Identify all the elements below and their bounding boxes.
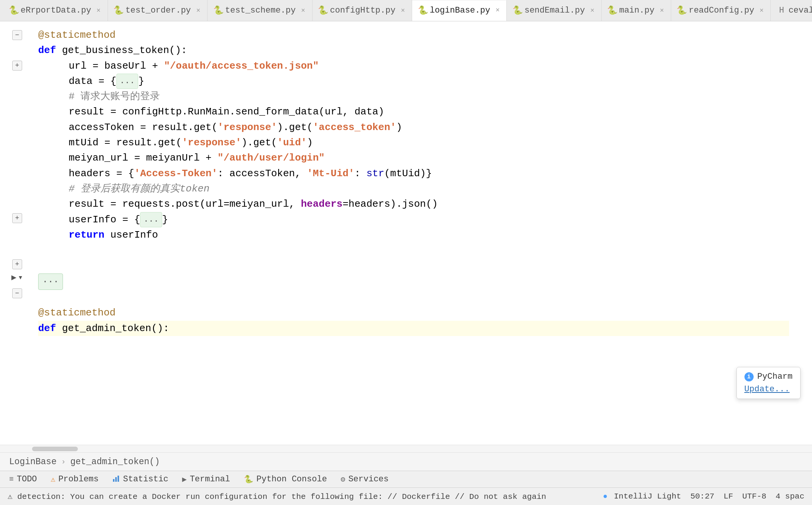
tab-main[interactable]: 🐍 main.py × xyxy=(602,0,671,21)
terminal-icon: ▶ xyxy=(182,474,187,484)
tab-readconfig[interactable]: 🐍 readConfig.py × xyxy=(671,0,771,21)
tab-label: sendEmail.py xyxy=(524,6,585,15)
code-line-blank2 xyxy=(38,258,789,273)
py-file-icon: 🐍 xyxy=(115,7,122,14)
svg-rect-1 xyxy=(115,477,117,482)
code-line-14: return userInfo xyxy=(38,227,789,243)
svg-rect-0 xyxy=(113,479,114,482)
problems-icon: ⚠ xyxy=(51,474,55,484)
code-line-5: # 请求大账号的登录 xyxy=(38,89,789,104)
tab-close-test-order[interactable]: × xyxy=(196,7,200,14)
breadcrumb-class[interactable]: LoginBase xyxy=(9,457,56,467)
tab-close-loginbase[interactable]: × xyxy=(496,6,500,14)
toolbar-services[interactable]: ⚙ Services xyxy=(335,472,395,486)
breadcrumb-method[interactable]: get_admin_token() xyxy=(70,457,160,467)
toolbar-services-label: Services xyxy=(348,474,389,484)
tab-close-readconfig[interactable]: × xyxy=(760,7,764,14)
tab-test-scheme[interactable]: 🐍 test_scheme.py × xyxy=(208,0,313,21)
tab-close-main[interactable]: × xyxy=(660,7,664,14)
statistic-icon xyxy=(113,474,120,484)
py-file-icon: 🐍 xyxy=(419,6,427,14)
code-line-6: result = configHttp.RunMain.send_form_da… xyxy=(38,104,789,119)
toolbar-python-console[interactable]: 🐍 Python Console xyxy=(238,472,333,486)
py-file-icon: 🐍 xyxy=(678,7,686,14)
code-line-decorator2: @staticmethod xyxy=(38,305,789,320)
tab-loginbase[interactable]: 🐍 loginBase.py × xyxy=(412,0,507,21)
status-right: ● IntelliJ Light 50:27 LF UTF-8 4 spac xyxy=(603,492,804,501)
python-console-icon: 🐍 xyxy=(244,474,253,484)
toolbar-problems-label: Problems xyxy=(58,474,99,484)
tab-close-test-scheme[interactable]: × xyxy=(301,7,305,14)
status-encoding[interactable]: UTF-8 xyxy=(742,492,766,501)
py-file-icon: 🐍 xyxy=(514,7,521,14)
expand-icon[interactable]: ▾ xyxy=(18,272,23,283)
status-position[interactable]: 50:27 xyxy=(690,492,714,501)
code-line-13: userInfo = {...} xyxy=(38,212,789,227)
py-file-icon: 🐍 xyxy=(319,7,327,14)
code-line-blank3 xyxy=(38,290,789,305)
toolbar-problems[interactable]: ⚠ Problems xyxy=(45,472,105,486)
code-line-4: data = {...} xyxy=(38,74,789,89)
code-line-ellipsis: ··· xyxy=(38,273,789,290)
bottom-toolbar: ≡ TODO ⚠ Problems Statistic ▶ Terminal 🐍… xyxy=(0,471,812,487)
status-indent[interactable]: 4 spac xyxy=(775,492,804,501)
toolbar-statistic-label: Statistic xyxy=(123,474,169,484)
code-line-11: # 登录后获取有颜的真实token xyxy=(38,181,789,196)
tab-sendemail[interactable]: 🐍 sendEmail.py × xyxy=(507,0,601,21)
code-content[interactable]: − + + + xyxy=(0,21,812,445)
fold-icon-1[interactable]: − xyxy=(12,30,22,40)
fold-icon-2[interactable]: + xyxy=(12,61,22,71)
status-line-ending[interactable]: LF xyxy=(723,492,733,501)
tab-bar: 🐍 eRrportData.py × 🐍 test_order.py × 🐍 t… xyxy=(0,0,812,21)
breadcrumb-bar: LoginBase › get_admin_token() xyxy=(0,452,812,471)
code-line-def2: def get_admin_token(): xyxy=(38,321,789,336)
run-icon[interactable]: ▶ xyxy=(11,272,16,283)
svg-rect-2 xyxy=(118,476,119,482)
status-message: ⚠ detection: You can create a Docker run… xyxy=(8,492,603,501)
status-bar: ⚠ detection: You can create a Docker run… xyxy=(0,487,812,505)
services-icon: ⚙ xyxy=(341,474,345,484)
pycharm-popup-update-row[interactable]: Update... xyxy=(744,384,793,394)
pycharm-popup-title: PyCharm xyxy=(757,372,793,381)
tab-close-confighttp[interactable]: × xyxy=(401,7,405,14)
toolbar-terminal-label: Terminal xyxy=(190,474,230,484)
tab-confighttp[interactable]: 🐍 configHttp.py × xyxy=(313,0,412,21)
fold-icon-5[interactable]: − xyxy=(12,288,22,298)
tab-label: eRrportData.py xyxy=(21,6,91,15)
breadcrumb-separator: › xyxy=(61,457,66,466)
code-line-10: headers = {'Access-Token': accessToken, … xyxy=(38,166,789,181)
status-theme[interactable]: ● IntelliJ Light xyxy=(603,492,681,501)
code-line-7: accessToken = result.get('response').get… xyxy=(38,120,789,135)
info-icon: i xyxy=(744,372,754,381)
toolbar-todo[interactable]: ≡ TODO xyxy=(3,472,43,486)
toolbar-todo-label: TODO xyxy=(17,474,37,484)
fold-icon-3[interactable]: + xyxy=(12,213,22,223)
fold-icon-4[interactable]: + xyxy=(12,259,22,269)
code-line-3: url = baseUrl + "/oauth/access_token.jso… xyxy=(38,58,789,74)
code-line-8: mtUid = result.get('response').get('uid'… xyxy=(38,135,789,150)
tab-label: configHttp.py xyxy=(330,6,396,15)
tab-erportdata[interactable]: 🐍 eRrportData.py × xyxy=(3,0,108,21)
scrollbar-thumb[interactable] xyxy=(32,447,78,451)
tab-label: main.py xyxy=(619,6,654,15)
py-file-icon: 🐍 xyxy=(214,7,222,14)
toolbar-terminal[interactable]: ▶ Terminal xyxy=(176,472,236,486)
horizontal-scrollbar[interactable] xyxy=(0,445,812,452)
tab-close-sendemail[interactable]: × xyxy=(590,7,594,14)
tab-ceval[interactable]: H ceval.h × xyxy=(771,0,812,21)
code-lines: @staticmethod def get_business_token(): … xyxy=(38,27,804,336)
py-file-icon: 🐍 xyxy=(10,7,18,14)
tab-test-order[interactable]: 🐍 test_order.py × xyxy=(108,0,208,21)
update-link[interactable]: Update... xyxy=(744,384,790,394)
code-line-1: @staticmethod xyxy=(38,27,789,43)
h-file-icon: H xyxy=(778,7,785,14)
code-line-9: meiyan_url = meiyanUrl + "/auth/user/log… xyxy=(38,150,789,166)
tab-label: readConfig.py xyxy=(689,6,754,15)
tab-close-erportdata[interactable]: × xyxy=(97,7,101,14)
toolbar-statistic[interactable]: Statistic xyxy=(106,472,175,487)
todo-icon: ≡ xyxy=(9,475,14,484)
code-editor: − + + + xyxy=(0,21,812,452)
code-line-blank1 xyxy=(38,243,789,258)
tab-label: test_scheme.py xyxy=(225,6,296,15)
pycharm-popup: i PyCharm Update... xyxy=(736,367,801,399)
